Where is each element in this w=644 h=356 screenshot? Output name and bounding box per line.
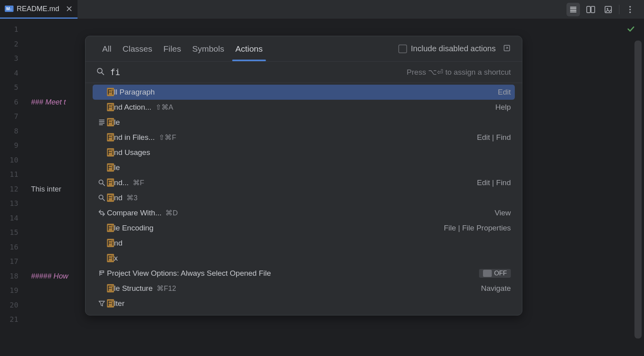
popup-tab-symbols[interactable]: Symbols xyxy=(186,36,230,61)
result-context: Edit xyxy=(498,88,511,97)
toolbar-divider xyxy=(619,5,619,14)
result-name: Find... xyxy=(107,178,129,187)
result-row[interactable]: Fill ParagraphEdit xyxy=(93,85,515,100)
result-row[interactable]: Compare With...⌘DView xyxy=(93,205,515,221)
search-everywhere-popup: All Classes Files Symbols Actions Includ… xyxy=(85,36,522,315)
line-number: 2 xyxy=(0,37,27,52)
search-hint: Press ⌥⏎ to assign a shortcut xyxy=(407,68,511,77)
search-icon xyxy=(97,68,105,77)
include-disabled-checkbox[interactable]: Include disabled actions xyxy=(398,44,496,53)
result-row[interactable]: Find⌘3 xyxy=(93,190,515,205)
result-row[interactable]: Find Usages xyxy=(93,145,515,160)
line-number: 1 xyxy=(0,22,27,37)
editor-layout-button[interactable] xyxy=(566,3,580,16)
result-name: Filter xyxy=(107,299,124,308)
result-row[interactable]: File Structure⌘F12Navigate xyxy=(93,281,515,296)
close-tab-icon[interactable] xyxy=(66,5,73,12)
result-row[interactable]: Find Action...⇧⌘AHelp xyxy=(93,100,515,115)
result-name: Find Usages xyxy=(107,148,150,157)
result-name: File Encoding xyxy=(107,224,153,232)
popup-tab-classes[interactable]: Classes xyxy=(117,36,158,61)
line-number: 21 xyxy=(0,312,27,327)
result-name: File xyxy=(107,163,120,172)
search-row: Press ⌥⏎ to assign a shortcut xyxy=(85,62,522,83)
svg-rect-3 xyxy=(591,6,595,13)
popup-tab-bar: All Classes Files Symbols Actions Includ… xyxy=(85,36,522,62)
result-context: Navigate xyxy=(481,284,511,293)
result-row[interactable]: Find in Files...⇧⌘FEdit | Find xyxy=(93,130,515,145)
results-list: Fill ParagraphEditFind Action...⇧⌘AHelpF… xyxy=(85,83,522,315)
svg-point-7 xyxy=(629,9,631,10)
toggle-off[interactable]: OFF xyxy=(479,269,511,278)
result-shortcut: ⌘3 xyxy=(126,193,138,202)
line-number: 6 xyxy=(0,95,27,110)
markdown-file-icon: M↓ xyxy=(5,6,14,12)
line-number: 19 xyxy=(0,283,27,298)
vertical-scrollbar[interactable] xyxy=(634,41,642,339)
svg-rect-2 xyxy=(587,6,590,13)
popup-tab-all[interactable]: All xyxy=(97,36,117,61)
result-shortcut: ⌘D xyxy=(165,209,178,217)
result-name: File xyxy=(107,118,120,127)
pin-popup-icon[interactable] xyxy=(503,44,511,54)
result-context: Help xyxy=(495,103,511,112)
result-shortcut: ⌘F12 xyxy=(157,284,176,293)
result-row[interactable]: File xyxy=(93,115,515,130)
checkbox-icon xyxy=(398,44,407,53)
line-number: 11 xyxy=(0,167,27,182)
result-icon xyxy=(97,300,107,307)
result-name: Compare With... xyxy=(107,209,161,217)
line-number: 18 xyxy=(0,269,27,284)
checkbox-label: Include disabled actions xyxy=(411,44,496,53)
line-number: 5 xyxy=(0,80,27,95)
line-number: 3 xyxy=(0,51,27,66)
line-number: 8 xyxy=(0,124,27,139)
tab-filename: README.md xyxy=(17,5,59,13)
result-icon xyxy=(97,209,107,217)
result-row[interactable]: File EncodingFile | File Properties xyxy=(93,221,515,236)
result-row[interactable]: File xyxy=(93,160,515,175)
editor-tab[interactable]: M↓ README.md xyxy=(0,0,78,19)
tab-bar: M↓ README.md xyxy=(0,0,644,19)
line-number: 15 xyxy=(0,225,27,240)
line-number: 10 xyxy=(0,153,27,168)
result-context: File | File Properties xyxy=(444,224,511,232)
result-shortcut: ⌘F xyxy=(133,178,144,187)
result-name: Project View Options: Always Select Open… xyxy=(107,269,271,278)
svg-point-6 xyxy=(629,6,631,8)
popup-tab-files[interactable]: Files xyxy=(158,36,186,61)
preview-button[interactable] xyxy=(601,3,615,16)
result-row[interactable]: Find...⌘FEdit | Find xyxy=(93,175,515,190)
toolbar-right xyxy=(566,3,644,16)
svg-point-10 xyxy=(97,68,102,73)
problems-status-icon[interactable] xyxy=(627,25,635,35)
line-number: 12 xyxy=(0,182,27,197)
result-row[interactable]: Find xyxy=(93,236,515,251)
line-number: 16 xyxy=(0,240,27,255)
result-context: View xyxy=(495,209,511,217)
line-number: 20 xyxy=(0,298,27,313)
line-number: 9 xyxy=(0,138,27,153)
result-shortcut: ⇧⌘A xyxy=(155,103,173,112)
result-icon xyxy=(97,119,107,126)
result-name: Find in Files... xyxy=(107,133,155,142)
result-name: Find Action... xyxy=(107,103,151,112)
line-number-gutter: 1 2 3 4 5 6 7 8 9 10 11 12 13 14 15 16 1… xyxy=(0,19,27,356)
popup-tab-actions[interactable]: Actions xyxy=(230,36,268,61)
result-row[interactable]: Filter xyxy=(93,296,515,311)
result-row[interactable]: Project View Options: Always Select Open… xyxy=(93,266,515,281)
svg-text:M↓: M↓ xyxy=(6,6,12,11)
result-name: Find xyxy=(107,193,122,202)
result-row[interactable]: Fix xyxy=(93,251,515,266)
result-name: Fill Paragraph xyxy=(107,88,155,97)
line-number: 4 xyxy=(0,66,27,81)
result-name: File Structure xyxy=(107,284,153,293)
result-icon xyxy=(97,194,107,201)
svg-point-5 xyxy=(607,8,608,10)
line-number: 13 xyxy=(0,196,27,211)
search-input[interactable] xyxy=(110,68,407,77)
split-layout-button[interactable] xyxy=(584,3,597,16)
result-context: Edit | Find xyxy=(477,178,511,187)
more-menu-icon[interactable] xyxy=(623,3,637,16)
result-name: Fix xyxy=(107,254,118,263)
